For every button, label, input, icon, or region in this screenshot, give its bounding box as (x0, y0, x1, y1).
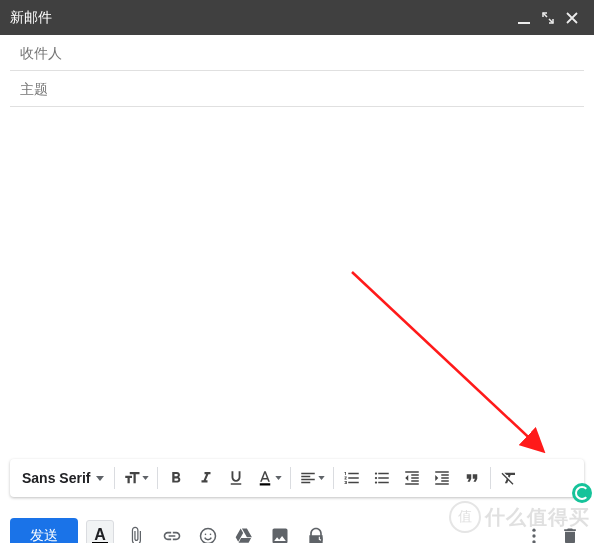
confidential-mode-button[interactable] (302, 520, 330, 543)
svg-rect-0 (518, 22, 530, 24)
svg-point-6 (532, 529, 535, 532)
insert-drive-button[interactable] (230, 520, 258, 543)
divider (157, 467, 158, 489)
divider (114, 467, 115, 489)
subject-row[interactable] (10, 71, 584, 107)
remove-format-button[interactable] (495, 463, 523, 493)
compose-titlebar: 新邮件 (0, 0, 594, 35)
divider (290, 467, 291, 489)
format-toolbar: Sans Serif (10, 459, 584, 497)
divider (333, 467, 334, 489)
text-format-a-icon: A (92, 528, 108, 544)
font-family-label: Sans Serif (22, 470, 90, 486)
recipients-input[interactable] (20, 45, 574, 61)
more-options-button[interactable] (520, 520, 548, 543)
text-color-button[interactable] (252, 463, 286, 493)
bold-button[interactable] (162, 463, 190, 493)
indent-more-button[interactable] (428, 463, 456, 493)
attach-file-button[interactable] (122, 520, 150, 543)
font-size-button[interactable] (119, 463, 153, 493)
text-format-toggle[interactable]: A (86, 520, 114, 543)
body-editor[interactable] (0, 107, 594, 459)
fullscreen-icon[interactable] (536, 6, 560, 30)
indent-less-button[interactable] (398, 463, 426, 493)
compose-title: 新邮件 (10, 9, 512, 27)
insert-emoji-button[interactable] (194, 520, 222, 543)
svg-rect-1 (260, 483, 271, 485)
subject-input[interactable] (20, 81, 574, 97)
recipients-row[interactable] (10, 35, 584, 71)
underline-button[interactable] (222, 463, 250, 493)
svg-point-2 (201, 529, 216, 544)
discard-draft-button[interactable] (556, 520, 584, 543)
font-family-select[interactable]: Sans Serif (16, 463, 110, 493)
bulleted-list-button[interactable] (368, 463, 396, 493)
numbered-list-button[interactable] (338, 463, 366, 493)
italic-button[interactable] (192, 463, 220, 493)
svg-point-3 (205, 534, 207, 536)
close-icon[interactable] (560, 6, 584, 30)
align-button[interactable] (295, 463, 329, 493)
insert-image-button[interactable] (266, 520, 294, 543)
send-button[interactable]: 发送 (10, 518, 78, 543)
insert-link-button[interactable] (158, 520, 186, 543)
grammarly-icon[interactable] (572, 483, 592, 503)
minimize-icon[interactable] (512, 6, 536, 30)
svg-point-4 (210, 534, 212, 536)
svg-point-7 (532, 534, 535, 537)
quote-button[interactable] (458, 463, 486, 493)
bottom-toolbar: 发送 A (0, 511, 594, 543)
divider (490, 467, 491, 489)
chevron-down-icon (96, 476, 104, 481)
